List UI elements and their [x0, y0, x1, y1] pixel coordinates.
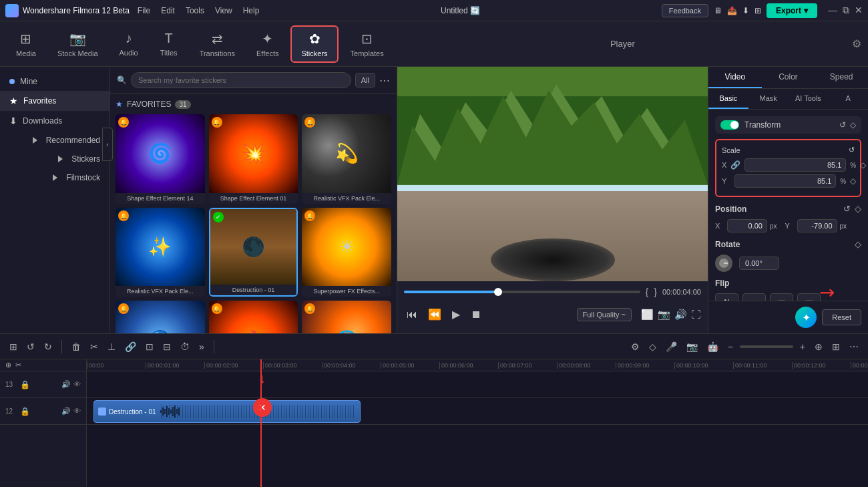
aspect-ratio-icon[interactable]: ⬜	[641, 309, 654, 321]
scale-x-input[interactable]	[744, 158, 846, 172]
marker-button[interactable]: ◇	[646, 339, 659, 355]
minimize-button[interactable]: —	[828, 5, 837, 16]
track-volume-icon[interactable]: 🔊	[61, 380, 71, 389]
transform-section-header[interactable]: Transform ↺ ◇	[715, 116, 861, 134]
sticker-item[interactable]: 🔔 🌐 Planet FX...	[302, 301, 391, 333]
sticker-item[interactable]: 🔔 💥 Shape Effect Element 01	[209, 114, 298, 204]
sidebar-item-recommended[interactable]: Recommended	[0, 131, 110, 150]
cut-button[interactable]: ✂	[87, 339, 101, 355]
tool-audio[interactable]: ♪ Audio	[110, 27, 148, 61]
camera-button[interactable]: 📷	[684, 339, 700, 355]
bracket-left[interactable]: {	[646, 287, 649, 297]
subtab-mask[interactable]: Mask	[748, 89, 789, 109]
collapse-panel-button[interactable]: ‹	[102, 128, 113, 161]
track-lock-icon[interactable]: 🔒	[20, 380, 30, 389]
subtab-ai[interactable]: AI Tools	[789, 89, 829, 109]
playhead[interactable]	[260, 359, 262, 487]
pos-y-input[interactable]	[797, 219, 837, 232]
sticker-item-destruction[interactable]: ✔ 🌑 Destruction - 01	[209, 208, 298, 297]
stop-button[interactable]: ⏹	[468, 306, 484, 323]
search-input[interactable]	[131, 72, 351, 88]
pos-x-input[interactable]	[727, 219, 767, 232]
snapshot-icon[interactable]: 📷	[658, 309, 670, 321]
filter-button[interactable]: All	[355, 73, 375, 88]
icon-grid[interactable]: ⊞	[754, 6, 761, 15]
step-back-button[interactable]: ⏪	[425, 305, 444, 323]
track-visibility-icon[interactable]: 👁	[73, 380, 81, 389]
sticker-item[interactable]: 🔔 🌀 Shape Effect Element 14	[116, 114, 205, 204]
subtab-basic[interactable]: Basic	[708, 89, 748, 109]
sidebar-item-stickers[interactable]: Stickers	[0, 150, 110, 168]
flip-horizontal-button[interactable]: ⇅	[715, 293, 738, 301]
bracket-right[interactable]: }	[654, 287, 657, 297]
close-button[interactable]: ✕	[855, 5, 863, 16]
export-button[interactable]: Export ▾	[767, 3, 817, 18]
rotate-input[interactable]	[739, 257, 779, 270]
icon-download[interactable]: ⬇	[742, 6, 749, 15]
delete-button[interactable]: 🗑	[69, 339, 83, 355]
transform-toggle[interactable]	[720, 120, 739, 130]
sticker-item[interactable]: 🔔 🔵 VFX Element...	[116, 301, 205, 333]
tool-stock[interactable]: 📷 Stock Media	[48, 27, 107, 61]
maximize-button[interactable]: ⧉	[843, 5, 849, 16]
reset-position-icon[interactable]: ↺	[843, 204, 851, 214]
redo-button[interactable]: ↻	[41, 339, 55, 355]
progress-thumb[interactable]	[494, 288, 502, 296]
grid-layout-button[interactable]: ⊞	[829, 339, 843, 355]
more-timeline-button[interactable]: ⋯	[847, 339, 861, 355]
more-tools-button[interactable]: »	[196, 339, 207, 355]
add-track-button[interactable]: ⊕	[812, 339, 825, 355]
flip-vertical-button[interactable]: ⇄	[742, 293, 766, 301]
mic-button[interactable]: 🎤	[663, 339, 680, 355]
tab-video[interactable]: Video	[708, 67, 762, 88]
skip-back-button[interactable]: ⏮	[404, 306, 420, 323]
scissors-icon[interactable]: ✂	[15, 361, 21, 369]
menu-file[interactable]: File	[138, 6, 150, 15]
play-button[interactable]: ▶	[449, 305, 463, 323]
lock-icon[interactable]: 🔗	[730, 160, 740, 170]
sidebar-item-filmstock[interactable]: Filmstock	[0, 168, 110, 187]
more-options-icon[interactable]: ⋯	[379, 74, 390, 87]
ai-assist-button[interactable]: ✦	[795, 307, 817, 328]
keyframe-scale-x-icon[interactable]: ◇	[860, 160, 866, 170]
crop-button[interactable]: ⊡	[143, 339, 156, 355]
menu-tools[interactable]: Tools	[186, 6, 204, 15]
scale-y-input[interactable]	[734, 174, 836, 188]
trim-button[interactable]: ⊟	[160, 339, 174, 355]
reset-transform-icon[interactable]: ↺	[839, 120, 846, 130]
volume-icon[interactable]: 🔊	[674, 309, 687, 321]
zoom-slider[interactable]	[740, 345, 793, 348]
settings-icon[interactable]: ⚙	[852, 37, 861, 50]
tool-stickers[interactable]: ✿ Stickers	[290, 25, 338, 63]
add-track-icon[interactable]: ⊕	[5, 361, 11, 369]
reset-scale-icon[interactable]: ↺	[849, 146, 855, 154]
track-volume-icon-12[interactable]: 🔊	[61, 407, 71, 416]
speed-button[interactable]: ⏱	[178, 339, 192, 355]
tab-color[interactable]: Color	[762, 67, 815, 88]
track-visibility-icon-12[interactable]: 👁	[73, 407, 81, 416]
track-lock-icon-12[interactable]: 🔒	[20, 407, 30, 416]
audio-split-button[interactable]: ⊥	[105, 339, 118, 355]
sidebar-item-downloads[interactable]: ⬇ Downloads	[0, 111, 110, 131]
reset-button[interactable]: Reset	[822, 309, 861, 325]
clip-destruction[interactable]: Destruction - 01	[93, 400, 361, 423]
tool-templates[interactable]: ⊡ Templates	[341, 27, 393, 61]
progress-bar[interactable]	[404, 291, 640, 293]
keyframe-position-icon[interactable]: ◇	[855, 204, 861, 214]
sidebar-item-favorites[interactable]: ★ Favorites	[0, 91, 110, 111]
sticker-item[interactable]: 🔔 ✨ Realistic VFX Pack Ele...	[116, 208, 205, 297]
sticker-item[interactable]: 🔔 ☀ Superpower FX Effects...	[302, 208, 391, 297]
tool-titles[interactable]: T Titles	[150, 27, 188, 61]
tab-speed[interactable]: Speed	[815, 67, 868, 88]
sticker-item[interactable]: 🔔 🔥 Fire Effect...	[209, 301, 298, 333]
rotate-preview[interactable]	[715, 255, 732, 272]
icon-monitor[interactable]: 🖥	[714, 6, 722, 15]
flip-option3-button[interactable]: ⊞	[770, 293, 793, 301]
fullscreen-icon[interactable]: ⛶	[691, 309, 701, 321]
keyframe-transform-icon[interactable]: ◇	[850, 120, 856, 130]
keyframe-rotate-icon[interactable]: ◇	[855, 239, 861, 249]
menu-help[interactable]: Help	[243, 6, 260, 15]
feedback-button[interactable]: Feedback	[662, 4, 708, 17]
quality-button[interactable]: Full Quality ~	[577, 308, 632, 321]
tool-transitions[interactable]: ⇄ Transitions	[190, 27, 244, 61]
